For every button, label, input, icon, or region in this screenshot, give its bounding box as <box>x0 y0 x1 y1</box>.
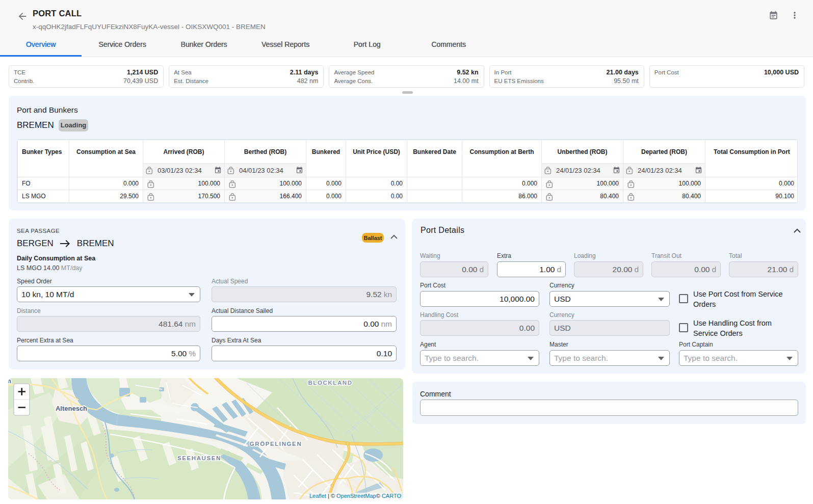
svg-text:n: n <box>8 378 11 385</box>
svg-text:GRÖPELINGEN: GRÖPELINGEN <box>250 441 302 447</box>
svg-text:BLOCKLAND: BLOCKLAND <box>308 380 352 386</box>
svg-text:SEEHAUSEN: SEEHAUSEN <box>177 455 221 461</box>
svg-text:Altenesch: Altenesch <box>56 405 87 412</box>
svg-text:Leaflet | © OpenStreetMap© CAR: Leaflet | © OpenStreetMap© CARTO <box>309 493 402 499</box>
